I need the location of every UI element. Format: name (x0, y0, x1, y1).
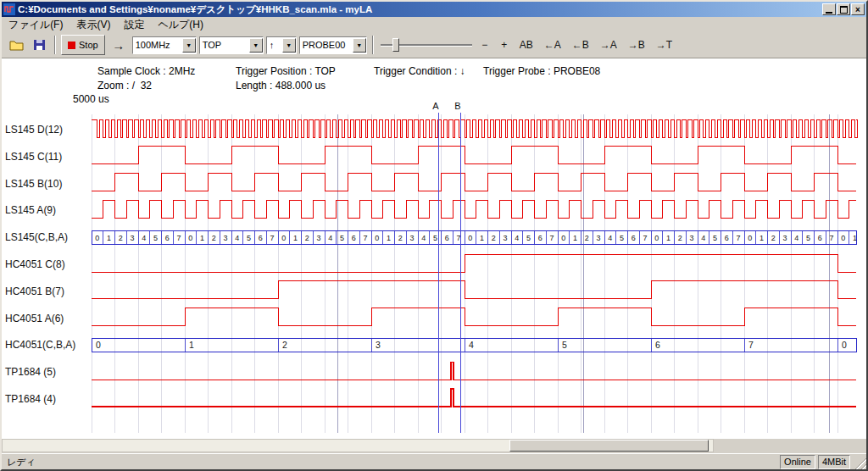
svg-text:6: 6 (632, 234, 636, 242)
channel-label: LS145(C,B,A) (5, 231, 68, 243)
probe-combo[interactable]: PROBE00 ▼ (299, 36, 367, 54)
channel-label: TP1684 (5) (5, 366, 56, 378)
svg-text:7: 7 (830, 234, 834, 242)
svg-text:3: 3 (376, 340, 381, 350)
close-button[interactable]: × (851, 3, 865, 15)
online-indicator: Online (780, 455, 815, 469)
svg-text:5: 5 (806, 234, 810, 242)
resize-grip[interactable] (853, 456, 866, 469)
trigger-position-combo[interactable]: TOP ▼ (199, 36, 264, 54)
cursor-label: A (432, 101, 439, 111)
svg-text:1: 1 (480, 234, 484, 242)
horizontal-scrollbar[interactable] (2, 439, 714, 452)
ab-button[interactable]: AB (515, 35, 537, 55)
svg-text:4: 4 (608, 234, 612, 242)
window-title: C:¥Documents and Settings¥noname¥デスクトップ¥… (18, 2, 820, 17)
cursor-b[interactable]: B (454, 101, 460, 433)
trigger-probe-info: Trigger Probe : PROBE08 (483, 65, 600, 77)
svg-text:5: 5 (433, 234, 437, 242)
svg-text:7: 7 (748, 340, 754, 350)
svg-text:3: 3 (410, 234, 415, 242)
svg-text:7: 7 (177, 234, 181, 242)
svg-text:4: 4 (701, 234, 705, 242)
svg-text:0: 0 (95, 234, 99, 242)
toolbar-separator (372, 36, 374, 54)
svg-text:5: 5 (620, 234, 624, 242)
run-button[interactable]: → (108, 35, 130, 55)
goto-a-left-button[interactable]: ←A (540, 35, 565, 55)
goto-a-right-button[interactable]: →A (596, 35, 621, 55)
trigger-position-info: Trigger Position : TOP (236, 65, 336, 77)
memory-indicator: 4MBit (818, 455, 850, 469)
svg-text:0: 0 (96, 340, 101, 350)
zoom-out-button[interactable]: − (476, 35, 493, 55)
svg-text:3: 3 (783, 234, 787, 242)
svg-text:4: 4 (515, 234, 519, 242)
cursor-a[interactable]: A (432, 101, 439, 433)
sample-rate-combo[interactable]: 100MHz ▼ (132, 36, 197, 54)
menu-settings[interactable]: 設定 (117, 17, 151, 33)
channel-label: LS145 A(9) (5, 204, 56, 216)
goto-trigger-button[interactable]: →T (652, 35, 676, 55)
open-file-button[interactable] (6, 35, 26, 55)
probe-value: PROBE00 (300, 40, 353, 50)
svg-text:3: 3 (317, 234, 321, 242)
svg-text:1: 1 (760, 234, 764, 242)
svg-text:6: 6 (538, 234, 542, 242)
maximize-button[interactable] (837, 3, 850, 15)
svg-text:2: 2 (678, 234, 682, 242)
chevron-down-icon[interactable]: ▼ (182, 38, 196, 53)
trigger-edge-combo[interactable]: ↑ ▼ (266, 36, 297, 54)
svg-text:3: 3 (690, 234, 694, 242)
zoom-in-button[interactable]: + (496, 35, 513, 55)
trigger-edge-value: ↑ (267, 40, 282, 50)
channel-label: LS145 C(11) (5, 151, 62, 163)
title-bar: C:¥Documents and Settings¥noname¥デスクトップ¥… (2, 2, 866, 17)
toolbar: Stop → 100MHz ▼ TOP ▼ ↑ ▼ PROBE00 ▼ − + … (2, 32, 866, 58)
channel-label: HC4051 B(7) (5, 285, 64, 297)
channel-label: HC4051 A(6) (5, 313, 64, 324)
svg-text:7: 7 (364, 234, 368, 242)
goto-b-right-button[interactable]: →B (624, 35, 649, 55)
menu-help[interactable]: ヘルプ(H) (151, 17, 210, 33)
svg-text:6: 6 (165, 234, 170, 242)
wave (92, 281, 856, 299)
zoom-slider[interactable] (379, 36, 474, 54)
wave (92, 200, 856, 218)
svg-text:7: 7 (643, 234, 648, 242)
sample-rate-value: 100MHz (133, 40, 182, 50)
zoom-slider-handle[interactable] (392, 38, 399, 52)
menu-view[interactable]: 表示(V) (70, 17, 117, 33)
wave (92, 254, 856, 272)
svg-text:1: 1 (293, 234, 298, 242)
svg-text:2: 2 (212, 234, 216, 242)
channel-label: HC4051 C(8) (5, 258, 65, 270)
cursor-label: B (454, 101, 460, 111)
zoom-info: Zoom : / 32 (97, 80, 152, 91)
svg-text:6: 6 (445, 234, 449, 242)
chevron-down-icon[interactable]: ▼ (282, 38, 296, 53)
scrollbar-thumb[interactable] (509, 440, 709, 452)
stop-button[interactable]: Stop (61, 35, 105, 55)
svg-text:4: 4 (469, 340, 474, 350)
minimize-button[interactable] (822, 3, 836, 15)
svg-text:0: 0 (841, 234, 845, 242)
svg-text:6: 6 (259, 234, 263, 242)
chevron-down-icon[interactable]: ▼ (353, 38, 366, 53)
chevron-down-icon[interactable]: ▼ (249, 38, 263, 53)
svg-text:7: 7 (737, 234, 741, 242)
svg-text:0: 0 (375, 234, 379, 242)
close-icon: × (855, 5, 860, 14)
svg-text:2: 2 (585, 234, 589, 242)
menu-file[interactable]: ファイル(F) (2, 17, 70, 33)
goto-b-left-button[interactable]: ←B (568, 35, 593, 55)
wave (92, 119, 857, 137)
svg-text:2: 2 (771, 234, 776, 242)
app-window: C:¥Documents and Settings¥noname¥デスクトップ¥… (0, 0, 868, 471)
svg-text:0: 0 (561, 234, 565, 242)
svg-text:5: 5 (340, 234, 344, 242)
waveform-area[interactable]: LS145 D(12)LS145 C(11)LS145 B(10)LS145 A… (2, 101, 863, 440)
floppy-icon (33, 39, 46, 51)
save-button[interactable] (29, 35, 49, 55)
svg-text:5: 5 (562, 340, 567, 350)
